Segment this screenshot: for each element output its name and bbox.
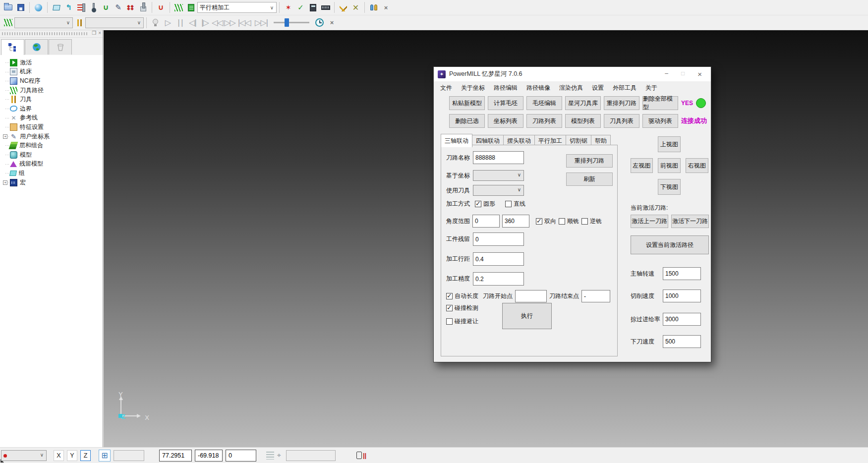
start-point-input[interactable] xyxy=(515,290,547,302)
toolpath-leads-icon[interactable]: ∪ xyxy=(155,1,167,14)
menu-external-tools[interactable]: 外部工具 xyxy=(608,82,641,94)
axis-z-button[interactable]: Z xyxy=(80,450,91,461)
feedrate-tool-icon[interactable] xyxy=(75,1,87,14)
axis-x-button[interactable]: X xyxy=(54,450,64,461)
fast-forward-icon[interactable]: ▷▷ xyxy=(224,16,236,29)
method-circle-checkbox[interactable]: 圆形 xyxy=(475,200,495,208)
go-to-start-icon[interactable]: |◁◁ xyxy=(236,16,253,29)
tree-item-macros[interactable]: +宏 xyxy=(2,178,103,187)
tree-item-activate[interactable]: 激活 xyxy=(2,58,103,67)
tree-item-stock-models[interactable]: 残留模型 xyxy=(2,160,103,169)
view-left-button[interactable]: 左视图 xyxy=(631,158,653,173)
spindle-speed-input[interactable] xyxy=(663,267,701,280)
open-project-icon[interactable] xyxy=(2,1,14,14)
coord-z-input[interactable] xyxy=(226,450,256,462)
lamp-icon[interactable] xyxy=(149,16,162,29)
slider-handle[interactable] xyxy=(285,18,289,27)
tree-item-tools[interactable]: 刀具 xyxy=(2,95,103,104)
axis-y-button[interactable]: Y xyxy=(67,450,77,461)
rapid-move-icon[interactable]: ↰ xyxy=(62,1,75,14)
end-point-input[interactable] xyxy=(581,290,610,302)
menu-render-sim[interactable]: 渲染仿真 xyxy=(555,82,587,94)
tool-invalid-icon[interactable]: ✶ xyxy=(282,1,294,14)
scale-arrows-icon[interactable]: ✕ xyxy=(349,1,362,14)
activate-next-toolpath-button[interactable]: 激活下一刀路 xyxy=(671,215,709,228)
expand-icon[interactable]: + xyxy=(3,134,7,139)
strategy-list-icon[interactable] xyxy=(185,1,197,14)
grid-toggle-button[interactable]: ⊞ xyxy=(99,450,111,462)
ruler-icon[interactable] xyxy=(319,1,332,14)
activate-prev-toolpath-button[interactable]: 激活上一刀路 xyxy=(631,215,668,228)
menu-file[interactable]: 文件 xyxy=(436,82,457,94)
reorder-toolpaths-button[interactable]: 重排列刀路 xyxy=(604,96,639,110)
tree-item-groups[interactable]: 组 xyxy=(2,169,103,178)
tool-block-icon[interactable] xyxy=(137,1,149,14)
rewind-icon[interactable]: ◁◁ xyxy=(211,16,224,29)
plunge-speed-input[interactable] xyxy=(663,335,701,348)
panel-grip[interactable]: ❐ × xyxy=(0,30,103,38)
pattern-icon[interactable]: ◆◆ ◆◆ xyxy=(124,1,137,14)
go-to-end-icon[interactable]: ▷▷| xyxy=(253,16,270,29)
execute-button[interactable]: 执行 xyxy=(502,303,552,329)
status-mode-dropdown[interactable] xyxy=(1,450,47,461)
ball-tool-icon[interactable] xyxy=(87,1,100,14)
pause-icon[interactable]: | | xyxy=(174,16,186,29)
toolpath-name-input[interactable] xyxy=(473,151,524,164)
reorder-toolpaths-button2[interactable]: 重排列刀路 xyxy=(566,154,613,168)
tab-explorer-tree[interactable] xyxy=(1,39,24,56)
stock-edit-button[interactable]: 毛坯编辑 xyxy=(526,96,562,110)
calc-stock-button[interactable]: 计算毛坯 xyxy=(488,96,523,110)
conventional-checkbox[interactable]: 逆铣 xyxy=(581,217,602,226)
tool-library-button[interactable]: 星河刀具库 xyxy=(565,96,601,110)
angle-to-input[interactable] xyxy=(502,215,529,228)
panel-restore-icon[interactable]: ❐ xyxy=(92,30,96,36)
method-line-checkbox[interactable]: 直线 xyxy=(505,200,525,208)
toolpath-list-button[interactable]: 刀路列表 xyxy=(526,114,562,128)
bidirectional-checkbox[interactable]: 双向 xyxy=(536,217,556,226)
tool-valid-icon[interactable]: ✓ xyxy=(294,1,307,14)
delete-selected-button[interactable]: 删除已选 xyxy=(449,114,485,128)
tree-item-boundaries[interactable]: 边界 xyxy=(2,104,103,114)
collision-avoid-checkbox[interactable]: 碰撞避让 xyxy=(446,317,478,326)
tree-item-toolpaths[interactable]: 刀具路径 xyxy=(2,86,103,95)
tools-pair-icon[interactable] xyxy=(337,1,349,14)
tree-item-levels-sets[interactable]: 层和组合 xyxy=(2,141,103,150)
toolpath-icon[interactable] xyxy=(2,16,14,29)
play-icon[interactable]: ▷ xyxy=(162,16,174,29)
auto-length-checkbox[interactable]: 自动长度 xyxy=(446,292,478,300)
tolerance-input[interactable] xyxy=(473,272,524,286)
animation-speed-slider[interactable] xyxy=(274,22,309,23)
clock-icon[interactable] xyxy=(313,16,326,29)
menu-settings[interactable]: 设置 xyxy=(587,82,608,94)
tree-item-nc-programs[interactable]: NC程序 xyxy=(2,76,103,86)
step-forward-icon[interactable]: |▷ xyxy=(199,16,211,29)
skim-feed-input[interactable] xyxy=(663,313,701,326)
view-bottom-button[interactable]: 下视图 xyxy=(658,179,681,195)
close-icon[interactable]: × xyxy=(697,70,702,78)
preview-sphere-icon[interactable] xyxy=(32,1,45,14)
tab-3axis[interactable]: 三轴联动 xyxy=(441,134,472,147)
maximize-icon[interactable]: □ xyxy=(681,70,685,78)
cutting-speed-input[interactable] xyxy=(663,289,701,302)
dialog-titlebar[interactable]: ✦ PowerMILL 忆梦星河 7.0.6 – □ × xyxy=(434,67,711,81)
paste-new-model-button[interactable]: 粘贴新模型 xyxy=(449,96,485,110)
tree-item-models[interactable]: 模型 xyxy=(2,150,103,160)
view-right-button[interactable]: 右视图 xyxy=(686,158,708,173)
calculator-icon[interactable] xyxy=(307,1,319,14)
cylinders-icon[interactable] xyxy=(367,1,380,14)
expand-icon[interactable]: + xyxy=(3,180,7,185)
tree-item-machine[interactable]: 机床 xyxy=(2,67,103,77)
tab-explorer-trash[interactable] xyxy=(49,39,72,55)
step-back-icon[interactable]: ◁| xyxy=(186,16,199,29)
climb-checkbox[interactable]: 顺铣 xyxy=(559,217,579,226)
tree-item-feature-sets[interactable]: 特征设置 xyxy=(2,122,103,132)
tree-item-patterns[interactable]: ✕参考线 xyxy=(2,114,103,123)
menu-about-coords[interactable]: 关于坐标 xyxy=(457,82,489,94)
leads-links-icon[interactable]: ∪ xyxy=(100,1,112,14)
view-front-button[interactable]: 前视图 xyxy=(658,158,681,173)
tree-item-workplanes[interactable]: +✎用户坐标系 xyxy=(2,132,103,141)
coord-y-input[interactable] xyxy=(195,450,223,462)
view-top-button[interactable]: 上视图 xyxy=(658,136,681,152)
based-coord-select[interactable] xyxy=(473,170,524,181)
toolpath-icon[interactable] xyxy=(173,1,185,14)
